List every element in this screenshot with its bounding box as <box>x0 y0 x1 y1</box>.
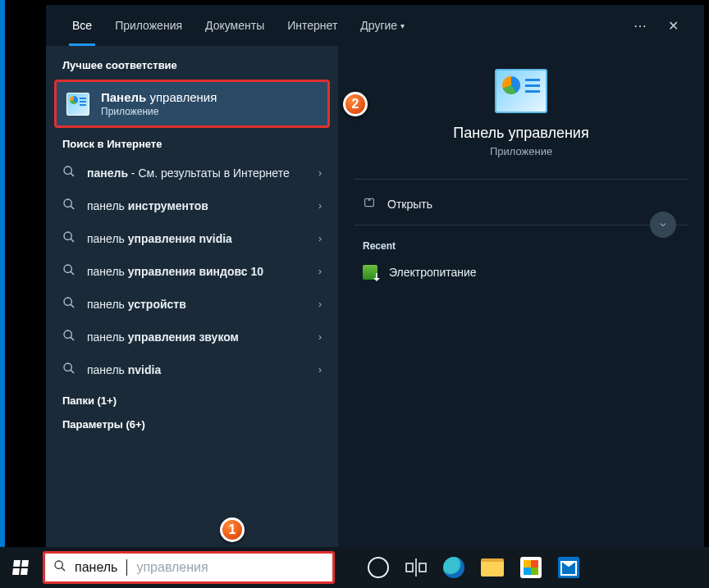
tab-bar: Все Приложения Документы Интернет Другие… <box>46 5 704 46</box>
search-icon <box>62 165 75 181</box>
divider <box>354 225 688 226</box>
mail-app-icon[interactable] <box>558 557 579 578</box>
details-title: Панель управления <box>354 125 688 142</box>
web-result[interactable]: панель управления звуком › <box>46 321 338 353</box>
chevron-right-icon: › <box>318 167 322 179</box>
section-best-match: Лучшее соответствие <box>46 54 338 78</box>
search-typed-text: панель <box>75 560 117 575</box>
annotation-callout-1: 1 <box>220 517 245 542</box>
chevron-right-icon: › <box>318 364 322 376</box>
microsoft-store-icon[interactable] <box>520 557 542 578</box>
chevron-right-icon: › <box>318 331 322 343</box>
web-result[interactable]: панель nvidia › <box>46 353 338 386</box>
divider <box>354 179 688 180</box>
annotation-callout-2: 2 <box>343 92 368 116</box>
svg-point-8 <box>64 298 71 305</box>
text-caret <box>126 559 127 576</box>
svg-rect-17 <box>406 563 413 572</box>
expand-button[interactable] <box>650 212 676 238</box>
task-view-icon[interactable] <box>405 557 427 578</box>
taskbar-search-input[interactable]: панель управления <box>43 551 335 584</box>
svg-line-5 <box>71 239 74 242</box>
chevron-right-icon: › <box>318 266 322 277</box>
search-icon <box>62 230 75 247</box>
control-panel-icon <box>66 93 89 116</box>
close-button[interactable]: ✕ <box>656 9 689 42</box>
tab-all[interactable]: Все <box>61 5 103 46</box>
web-result[interactable]: панель управления nvidia › <box>46 222 338 255</box>
recent-label: Recent <box>354 240 688 260</box>
search-flyout: Все Приложения Документы Интернет Другие… <box>46 5 704 547</box>
left-accent-bar <box>0 0 5 547</box>
open-action[interactable]: Открыть <box>354 191 688 225</box>
cortana-icon[interactable] <box>368 557 389 578</box>
svg-line-7 <box>71 271 74 275</box>
details-app-icon <box>495 69 547 113</box>
search-icon <box>62 263 75 280</box>
start-button[interactable] <box>0 547 41 588</box>
chevron-right-icon: › <box>318 233 322 244</box>
search-icon <box>62 329 75 345</box>
edge-browser-icon[interactable] <box>443 557 464 578</box>
web-result[interactable]: панель управления виндовс 10 › <box>46 255 338 288</box>
best-match-title: Панель управления <box>101 90 217 104</box>
chevron-right-icon: › <box>318 200 322 212</box>
tab-internet[interactable]: Интернет <box>276 5 349 46</box>
tab-documents[interactable]: Документы <box>194 5 276 46</box>
section-web: Поиск в Интернете <box>46 133 338 157</box>
details-subtitle: Приложение <box>354 145 688 157</box>
details-pane: Панель управления Приложение Открыть Rec… <box>338 46 704 547</box>
svg-line-11 <box>71 337 74 340</box>
svg-point-4 <box>64 232 71 239</box>
chevron-down-icon: ▾ <box>400 21 405 30</box>
search-icon <box>62 296 75 312</box>
search-icon <box>53 559 66 576</box>
results-pane: Лучшее соответствие Панель управления Пр… <box>46 46 338 547</box>
file-explorer-icon[interactable] <box>481 558 504 577</box>
best-match-subtitle: Приложение <box>101 106 217 117</box>
more-options-button[interactable]: ⋯ <box>624 9 656 42</box>
section-folders[interactable]: Папки (1+) <box>46 386 338 410</box>
svg-point-0 <box>64 166 71 174</box>
tab-more[interactable]: Другие▾ <box>349 5 416 46</box>
power-options-icon <box>363 265 377 280</box>
svg-point-6 <box>64 265 71 272</box>
svg-line-1 <box>71 173 74 176</box>
svg-point-2 <box>64 199 71 207</box>
svg-line-3 <box>71 206 74 209</box>
web-result[interactable]: панель устройств › <box>46 288 338 321</box>
web-result[interactable]: панель - См. результаты в Интернете › <box>46 157 338 189</box>
svg-point-12 <box>64 363 71 371</box>
taskbar: панель управления <box>0 547 709 588</box>
search-autocomplete-hint: управления <box>136 560 208 575</box>
search-icon <box>62 362 75 378</box>
svg-point-10 <box>64 330 71 338</box>
section-settings[interactable]: Параметры (6+) <box>46 410 338 434</box>
svg-point-15 <box>55 561 62 568</box>
open-icon <box>363 196 376 212</box>
recent-item[interactable]: Электропитание <box>354 260 688 285</box>
web-result[interactable]: панель инструментов › <box>46 189 338 222</box>
svg-rect-18 <box>419 563 426 572</box>
tab-apps[interactable]: Приложения <box>103 5 194 46</box>
search-icon <box>62 198 75 214</box>
svg-line-13 <box>71 370 74 373</box>
chevron-right-icon: › <box>318 299 322 310</box>
svg-line-16 <box>62 567 65 571</box>
windows-logo-icon <box>12 560 29 575</box>
best-match-item[interactable]: Панель управления Приложение <box>54 80 330 128</box>
svg-line-9 <box>71 304 74 308</box>
taskbar-icons <box>368 557 579 578</box>
